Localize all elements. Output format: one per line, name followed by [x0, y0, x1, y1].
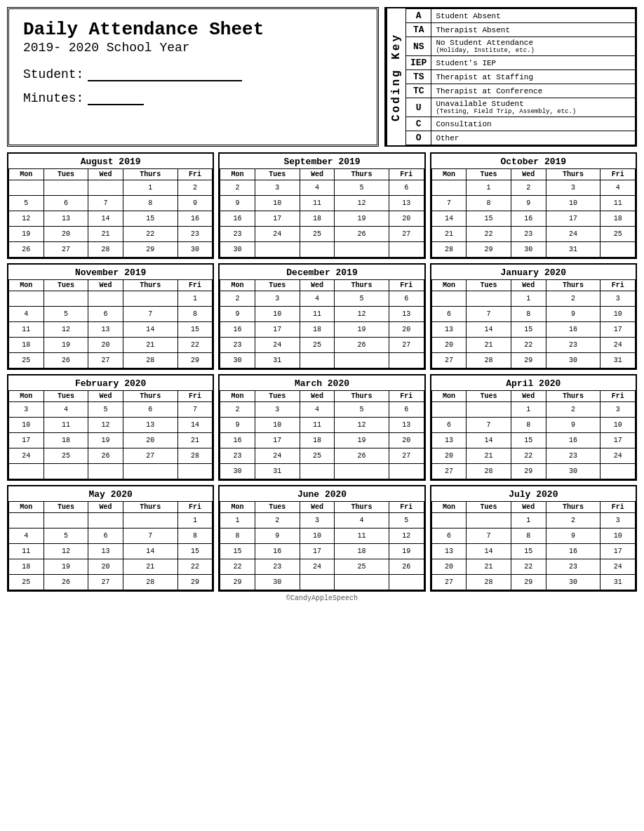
calendar-day-cell[interactable]: 14 [431, 211, 467, 227]
calendar-day-cell[interactable]: 21 [123, 338, 177, 353]
calendar-day-cell[interactable] [601, 464, 636, 479]
calendar-day-cell[interactable]: 25 [300, 448, 335, 464]
calendar-day-cell[interactable]: 19 [43, 338, 88, 353]
calendar-day-cell[interactable]: 10 [601, 528, 636, 544]
calendar-day-cell[interactable]: 30 [546, 464, 601, 479]
calendar-day-cell[interactable]: 24 [601, 448, 636, 464]
calendar-day-cell[interactable]: 4 [300, 402, 335, 418]
calendar-day-cell[interactable]: 15 [511, 544, 546, 559]
calendar-day-cell[interactable]: 4 [601, 180, 636, 196]
calendar-day-cell[interactable]: 14 [123, 544, 177, 559]
calendar-day-cell[interactable]: 4 [300, 291, 335, 307]
calendar-day-cell[interactable]: 21 [431, 227, 467, 242]
calendar-day-cell[interactable]: 20 [88, 559, 123, 575]
calendar-day-cell[interactable]: 20 [431, 448, 467, 464]
calendar-day-cell[interactable] [335, 242, 389, 258]
calendar-day-cell[interactable]: 27 [389, 338, 424, 353]
calendar-day-cell[interactable]: 20 [88, 338, 123, 353]
calendar-day-cell[interactable]: 24 [546, 227, 601, 242]
calendar-day-cell[interactable]: 19 [9, 227, 44, 242]
calendar-day-cell[interactable] [335, 353, 389, 368]
calendar-day-cell[interactable]: 13 [88, 544, 123, 559]
calendar-day-cell[interactable]: 27 [389, 448, 424, 464]
calendar-day-cell[interactable]: 26 [88, 448, 123, 464]
calendar-day-cell[interactable]: 13 [389, 196, 424, 211]
calendar-day-cell[interactable]: 24 [601, 559, 636, 575]
calendar-day-cell[interactable]: 9 [220, 307, 255, 322]
calendar-day-cell[interactable]: 19 [88, 433, 123, 448]
calendar-day-cell[interactable]: 29 [467, 242, 511, 258]
calendar-day-cell[interactable]: 8 [511, 528, 546, 544]
calendar-day-cell[interactable]: 5 [9, 196, 44, 211]
calendar-day-cell[interactable]: 26 [43, 575, 88, 590]
calendar-day-cell[interactable]: 15 [511, 322, 546, 338]
calendar-day-cell[interactable]: 30 [220, 242, 255, 258]
calendar-day-cell[interactable]: 29 [177, 575, 213, 590]
calendar-day-cell[interactable]: 7 [123, 307, 177, 322]
calendar-day-cell[interactable]: 5 [335, 180, 389, 196]
calendar-day-cell[interactable]: 13 [431, 322, 467, 338]
calendar-day-cell[interactable]: 14 [467, 322, 511, 338]
calendar-day-cell[interactable]: 21 [88, 227, 123, 242]
calendar-day-cell[interactable]: 12 [43, 544, 88, 559]
calendar-day-cell[interactable]: 25 [43, 448, 88, 464]
calendar-day-cell[interactable] [123, 464, 177, 479]
calendar-day-cell[interactable]: 2 [546, 402, 601, 418]
calendar-day-cell[interactable]: 25 [300, 338, 335, 353]
calendar-day-cell[interactable] [88, 180, 123, 196]
calendar-day-cell[interactable]: 9 [177, 196, 213, 211]
calendar-day-cell[interactable]: 15 [220, 544, 255, 559]
calendar-day-cell[interactable]: 6 [88, 307, 123, 322]
calendar-day-cell[interactable] [300, 464, 335, 479]
calendar-day-cell[interactable]: 17 [255, 433, 300, 448]
calendar-day-cell[interactable]: 26 [335, 448, 389, 464]
calendar-day-cell[interactable]: 7 [467, 307, 511, 322]
calendar-day-cell[interactable]: 7 [467, 418, 511, 433]
calendar-day-cell[interactable]: 11 [300, 418, 335, 433]
calendar-day-cell[interactable]: 31 [601, 353, 636, 368]
calendar-day-cell[interactable]: 17 [255, 322, 300, 338]
calendar-day-cell[interactable]: 23 [546, 338, 601, 353]
calendar-day-cell[interactable]: 10 [601, 307, 636, 322]
calendar-day-cell[interactable]: 3 [601, 291, 636, 307]
calendar-day-cell[interactable]: 23 [255, 559, 300, 575]
calendar-day-cell[interactable]: 23 [546, 559, 601, 575]
calendar-day-cell[interactable]: 23 [220, 448, 255, 464]
calendar-day-cell[interactable]: 10 [300, 528, 335, 544]
calendar-day-cell[interactable]: 25 [9, 575, 44, 590]
calendar-day-cell[interactable]: 21 [177, 433, 213, 448]
calendar-day-cell[interactable]: 18 [601, 211, 636, 227]
calendar-day-cell[interactable]: 3 [255, 402, 300, 418]
calendar-day-cell[interactable]: 13 [43, 211, 88, 227]
calendar-day-cell[interactable] [43, 464, 88, 479]
calendar-day-cell[interactable]: 14 [467, 544, 511, 559]
calendar-day-cell[interactable]: 24 [255, 338, 300, 353]
calendar-day-cell[interactable]: 26 [9, 242, 44, 258]
calendar-day-cell[interactable]: 2 [220, 291, 255, 307]
calendar-day-cell[interactable]: 12 [335, 196, 389, 211]
calendar-day-cell[interactable]: 3 [546, 180, 601, 196]
calendar-day-cell[interactable]: 17 [300, 544, 335, 559]
calendar-day-cell[interactable]: 13 [123, 418, 177, 433]
calendar-day-cell[interactable]: 12 [389, 528, 424, 544]
calendar-day-cell[interactable] [43, 180, 88, 196]
calendar-day-cell[interactable]: 9 [546, 307, 601, 322]
calendar-day-cell[interactable]: 13 [389, 307, 424, 322]
calendar-day-cell[interactable]: 18 [9, 338, 44, 353]
calendar-day-cell[interactable]: 24 [255, 448, 300, 464]
calendar-day-cell[interactable]: 23 [220, 338, 255, 353]
calendar-day-cell[interactable]: 24 [601, 338, 636, 353]
calendar-day-cell[interactable]: 29 [511, 575, 546, 590]
calendar-day-cell[interactable]: 21 [467, 338, 511, 353]
calendar-day-cell[interactable]: 18 [300, 211, 335, 227]
calendar-day-cell[interactable]: 28 [467, 575, 511, 590]
calendar-day-cell[interactable]: 16 [546, 322, 601, 338]
calendar-day-cell[interactable]: 8 [220, 528, 255, 544]
calendar-day-cell[interactable]: 28 [123, 575, 177, 590]
calendar-day-cell[interactable] [123, 513, 177, 528]
calendar-day-cell[interactable] [88, 291, 123, 307]
calendar-day-cell[interactable]: 16 [220, 322, 255, 338]
calendar-day-cell[interactable]: 22 [511, 448, 546, 464]
calendar-day-cell[interactable]: 8 [177, 528, 213, 544]
calendar-day-cell[interactable] [300, 242, 335, 258]
